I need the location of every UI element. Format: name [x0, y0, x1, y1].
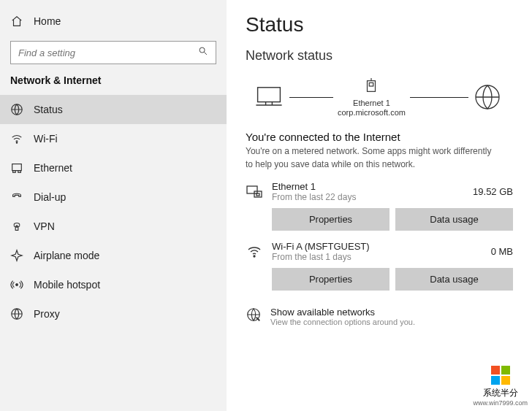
sidebar-item-label: Status [34, 104, 63, 115]
show-available-networks[interactable]: Show available networks View the connect… [246, 307, 513, 326]
network-status-heading: Network status [246, 48, 513, 64]
sidebar-item-airplane[interactable]: Airplane mode [0, 241, 227, 270]
svg-rect-17 [256, 193, 259, 196]
sidebar-item-ethernet[interactable]: Ethernet [0, 153, 227, 183]
router-node: Ethernet 1 corp.microsoft.com [338, 77, 406, 118]
watermark: 系统半分 www.win7999.com [473, 366, 528, 407]
connected-heading: You're connected to the Internet [246, 131, 513, 143]
page-title: Status [246, 13, 513, 37]
diagram-line [410, 97, 468, 98]
svg-rect-5 [13, 171, 16, 173]
globe-link-icon [246, 307, 262, 323]
home-link[interactable]: Home [0, 9, 227, 34]
status-icon [10, 103, 23, 116]
sidebar-item-proxy[interactable]: Proxy [0, 299, 227, 329]
sidebar-item-label: Ethernet [34, 162, 72, 174]
wifi-adapter-icon [246, 243, 263, 261]
globe-icon [473, 82, 502, 112]
network-diagram: Ethernet 1 corp.microsoft.com [246, 72, 513, 123]
connection-block: Ethernet 1 From the last 22 days 19.52 G… [246, 181, 513, 231]
search-container [10, 41, 216, 64]
sidebar-item-label: Dial-up [34, 191, 66, 203]
computer-icon [253, 84, 285, 110]
connection-usage: 0 MB [491, 246, 513, 257]
connection-name: Wi-Fi A (MSFTGUEST) [272, 241, 491, 252]
dialup-icon [10, 191, 23, 204]
sidebar-item-label: Mobile hotspot [34, 279, 100, 291]
sidebar-item-vpn[interactable]: VPN [0, 212, 227, 241]
svg-point-8 [16, 284, 18, 286]
svg-rect-10 [258, 88, 281, 102]
watermark-line2: www.win7999.com [473, 399, 528, 407]
sidebar-item-wifi[interactable]: Wi-Fi [0, 124, 227, 153]
main-panel: Status Network status Ethernet 1 corp.mi… [227, 0, 532, 411]
ethernet-icon [10, 161, 23, 174]
show-networks-sub: View the connection options around you. [270, 318, 415, 326]
data-usage-button[interactable]: Data usage [395, 208, 513, 231]
properties-button[interactable]: Properties [272, 208, 390, 231]
show-networks-title: Show available networks [270, 307, 415, 318]
watermark-line1: 系统半分 [473, 387, 528, 399]
sidebar: Home Network & Internet Status Wi-Fi Eth… [0, 0, 227, 411]
sidebar-item-label: Wi-Fi [34, 133, 58, 145]
svg-rect-4 [12, 164, 22, 171]
svg-point-18 [254, 256, 255, 257]
sidebar-item-status[interactable]: Status [0, 95, 227, 124]
microsoft-logo-icon [491, 366, 510, 385]
svg-line-1 [204, 52, 207, 55]
svg-point-0 [200, 47, 205, 53]
diagram-adapter-name: Ethernet 1 [338, 99, 406, 108]
sidebar-item-dialup[interactable]: Dial-up [0, 183, 227, 212]
section-title: Network & Internet [0, 74, 227, 95]
connection-name: Ethernet 1 [272, 181, 473, 192]
diagram-adapter-domain: corp.microsoft.com [338, 108, 406, 118]
svg-rect-12 [370, 82, 374, 86]
vpn-icon [10, 220, 23, 233]
sidebar-item-label: VPN [34, 220, 55, 232]
search-box[interactable] [10, 41, 216, 64]
svg-rect-6 [18, 171, 21, 173]
svg-rect-16 [254, 191, 262, 197]
wifi-icon [10, 132, 23, 145]
sidebar-item-label: Proxy [34, 308, 60, 320]
svg-rect-7 [15, 227, 18, 231]
airplane-icon [10, 249, 23, 262]
home-icon [10, 15, 23, 28]
connection-usage: 19.52 GB [473, 186, 513, 197]
svg-point-3 [16, 142, 17, 143]
connected-desc: You're on a metered network. Some apps m… [246, 145, 494, 171]
diagram-line [289, 97, 333, 98]
hotspot-icon [10, 278, 23, 291]
search-icon [198, 46, 208, 59]
connection-sub: From the last 1 days [272, 252, 491, 262]
home-label: Home [34, 15, 61, 27]
sidebar-item-label: Airplane mode [34, 250, 99, 261]
proxy-icon [10, 307, 23, 320]
ethernet-adapter-icon [246, 183, 263, 201]
sidebar-item-hotspot[interactable]: Mobile hotspot [0, 270, 227, 299]
svg-rect-15 [247, 186, 257, 193]
search-input[interactable] [18, 47, 198, 58]
connection-block: Wi-Fi A (MSFTGUEST) From the last 1 days… [246, 241, 513, 291]
properties-button[interactable]: Properties [272, 268, 390, 291]
connection-sub: From the last 22 days [272, 192, 473, 202]
data-usage-button[interactable]: Data usage [395, 268, 513, 291]
